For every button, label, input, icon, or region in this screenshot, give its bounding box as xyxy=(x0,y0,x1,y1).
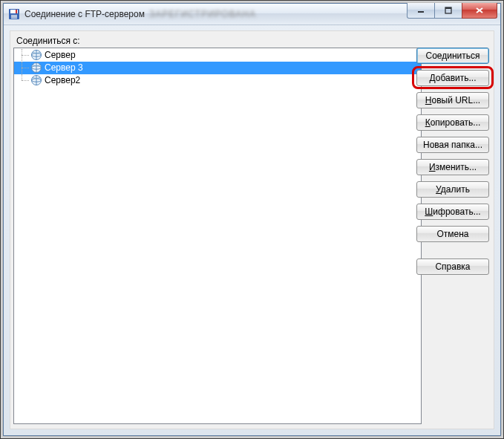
tree-twig xyxy=(14,62,30,74)
copy-button[interactable]: Копировать... xyxy=(416,114,489,131)
button-label: Удалить xyxy=(436,184,470,195)
maximize-icon xyxy=(445,7,452,14)
close-icon xyxy=(475,7,484,14)
connect-to-label: Соединиться с: xyxy=(16,36,80,46)
dialog-window: Соединение с FTP-сервером ЗАРЕГИСТРИРОВА… xyxy=(3,3,501,436)
tree-item[interactable]: Сервер xyxy=(14,49,421,62)
server-globe-icon xyxy=(30,62,42,74)
titlebar[interactable]: Соединение с FTP-сервером ЗАРЕГИСТРИРОВА… xyxy=(4,4,500,25)
delete-button[interactable]: Удалить xyxy=(416,181,489,198)
edit-button[interactable]: Изменить... xyxy=(416,159,489,175)
maximize-button[interactable] xyxy=(434,3,462,19)
client-area: Соединиться с: СерверСервер 3Сервер2 Сое… xyxy=(10,30,494,429)
new-url-button[interactable]: Новый URL... xyxy=(416,92,489,108)
tree-item-label: Сервер 3 xyxy=(45,62,83,74)
button-label: Шифровать... xyxy=(425,207,480,217)
button-label: Новая папка... xyxy=(423,140,482,150)
new-folder-button[interactable]: Новая папка... xyxy=(416,137,489,153)
tree-item-label: Сервер2 xyxy=(45,74,80,86)
tree-item[interactable]: Сервер 3 xyxy=(14,62,421,74)
button-label: Изменить... xyxy=(429,162,477,172)
svg-rect-6 xyxy=(418,11,424,13)
button-label: Новый URL... xyxy=(425,95,480,105)
minimize-button[interactable] xyxy=(407,3,435,19)
tree-twig xyxy=(14,49,30,61)
encrypt-button[interactable]: Шифровать... xyxy=(416,204,489,220)
button-column: Соединиться Добавить... Новый URL... Коп… xyxy=(416,48,489,281)
button-label: Отмена xyxy=(436,229,468,239)
button-label: Копировать... xyxy=(425,117,481,128)
svg-rect-2 xyxy=(16,10,17,13)
help-button[interactable]: Справка xyxy=(416,258,489,275)
window-title: Соединение с FTP-сервером xyxy=(24,9,145,19)
add-button[interactable]: Добавить... xyxy=(416,70,489,86)
button-label: Справка xyxy=(435,261,470,272)
connect-button[interactable]: Соединиться xyxy=(416,48,489,64)
minimize-icon xyxy=(417,7,425,14)
app-save-icon xyxy=(8,8,20,20)
server-globe-icon xyxy=(30,49,42,61)
button-label: Соединиться xyxy=(425,51,480,61)
window-controls xyxy=(408,3,497,19)
svg-rect-8 xyxy=(445,7,451,9)
svg-rect-3 xyxy=(11,15,17,19)
svg-rect-5 xyxy=(11,17,17,18)
tree-item[interactable]: Сервер2 xyxy=(14,74,421,87)
cancel-button[interactable]: Отмена xyxy=(416,226,489,242)
server-globe-icon xyxy=(30,74,42,86)
svg-rect-4 xyxy=(11,16,17,16)
server-tree[interactable]: СерверСервер 3Сервер2 xyxy=(13,48,422,424)
button-label: Добавить... xyxy=(429,73,476,83)
title-extra-blurred: ЗАРЕГИСТРИРОВАНА xyxy=(149,9,256,19)
tree-item-label: Сервер xyxy=(45,49,76,61)
tree-twig xyxy=(14,74,30,86)
close-button[interactable] xyxy=(462,3,497,19)
